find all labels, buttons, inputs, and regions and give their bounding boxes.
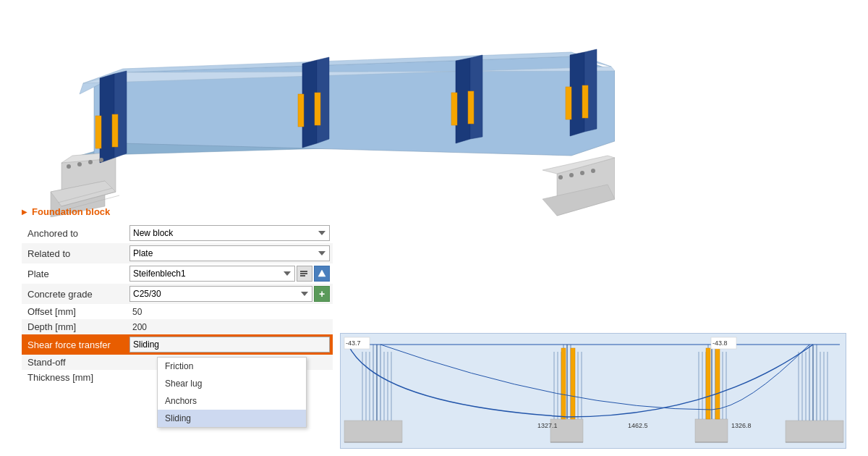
row-depth: Depth [mm] 200	[22, 319, 333, 334]
svg-rect-44	[344, 421, 402, 442]
svg-point-37	[580, 171, 584, 175]
value-concrete-grade[interactable]: C25/30 +	[127, 284, 333, 304]
value-anchored-to[interactable]: New block	[127, 223, 333, 243]
value-shear-force-transfer[interactable]: Sliding	[127, 334, 333, 355]
row-concrete-grade: Concrete grade C25/30 +	[22, 284, 333, 304]
svg-marker-42	[318, 270, 326, 276]
svg-rect-43	[341, 334, 846, 449]
label-depth: Depth [mm]	[22, 319, 127, 334]
dropdown-plate[interactable]: Steifenblech1	[129, 266, 295, 282]
plate-edit-icon[interactable]	[297, 266, 312, 282]
label-val-1: 1327.1	[537, 422, 558, 429]
label-related-to: Related to	[22, 243, 127, 263]
svg-point-32	[77, 162, 82, 166]
menu-item-shear-lug[interactable]: Shear lug	[158, 375, 306, 392]
svg-rect-40	[300, 273, 307, 274]
collapse-icon[interactable]: ▶	[22, 208, 27, 216]
label-val-3: 1326.8	[731, 422, 752, 429]
value-related-to[interactable]: Plate	[127, 243, 333, 263]
row-shear-force-transfer: Shear force transfer Sliding	[22, 334, 333, 355]
label-shear-force-transfer: Shear force transfer	[22, 334, 127, 355]
svg-rect-29	[566, 87, 571, 119]
row-plate: Plate Steifenblech1	[22, 263, 333, 284]
label-val-2: 1462.5	[628, 422, 648, 429]
label-neg-left: -43.7	[346, 339, 361, 347]
svg-rect-17	[95, 116, 101, 148]
shear-force-dropdown-menu[interactable]: Friction Shear lug Anchors Sliding	[157, 357, 307, 428]
label-thickness: Thickness [mm]	[22, 370, 127, 385]
svg-rect-26	[468, 91, 474, 124]
concrete-add-icon[interactable]: +	[314, 286, 330, 302]
label-plate: Plate	[22, 263, 127, 284]
label-neg-right: -43.8	[712, 339, 728, 347]
svg-point-36	[569, 173, 574, 177]
svg-rect-85	[571, 348, 575, 419]
label-anchored-to: Anchored to	[22, 223, 127, 243]
diagram-svg: -43.8 -43.7 1327.1 1462.5 1326.8	[341, 334, 846, 449]
svg-point-35	[558, 175, 563, 180]
text-depth: 200	[129, 321, 150, 334]
menu-item-sliding[interactable]: Sliding	[158, 410, 306, 427]
svg-rect-25	[451, 93, 457, 125]
svg-rect-30	[582, 85, 588, 118]
label-stand-off: Stand-off	[22, 355, 127, 370]
svg-rect-86	[706, 348, 710, 419]
svg-rect-46	[695, 419, 728, 442]
label-offset: Offset [mm]	[22, 304, 127, 319]
text-offset: 50	[129, 305, 145, 318]
label-concrete-grade: Concrete grade	[22, 284, 127, 304]
svg-rect-41	[300, 275, 305, 276]
diagram-area: -43.8 -43.7 1327.1 1462.5 1326.8	[340, 333, 846, 449]
value-offset: 50	[127, 304, 333, 319]
model-area	[22, 14, 615, 217]
svg-rect-21	[298, 94, 304, 127]
section-title: Foundation block	[32, 206, 110, 217]
row-related-to: Related to Plate	[22, 243, 333, 263]
value-plate[interactable]: Steifenblech1	[127, 263, 333, 284]
svg-rect-84	[561, 348, 566, 419]
svg-rect-18	[112, 114, 118, 147]
svg-rect-22	[315, 93, 320, 125]
menu-item-friction[interactable]: Friction	[158, 358, 306, 375]
svg-point-34	[99, 158, 103, 162]
3d-model-svg	[22, 14, 615, 217]
row-anchored-to: Anchored to New block	[22, 223, 333, 243]
svg-rect-47	[786, 421, 843, 442]
svg-point-33	[88, 160, 93, 164]
dropdown-anchored-to[interactable]: New block	[129, 225, 330, 241]
row-offset: Offset [mm] 50	[22, 304, 333, 319]
plate-view-icon[interactable]	[314, 266, 330, 282]
svg-point-31	[67, 164, 71, 169]
dropdown-concrete-grade[interactable]: C25/30	[129, 286, 312, 302]
section-header: ▶ Foundation block	[22, 206, 333, 217]
svg-rect-39	[300, 271, 307, 272]
menu-item-anchors[interactable]: Anchors	[158, 392, 306, 410]
dropdown-related-to[interactable]: Plate	[129, 245, 330, 261]
dropdown-shear-force[interactable]: Sliding	[129, 337, 330, 352]
svg-point-38	[591, 169, 595, 173]
value-depth: 200	[127, 319, 333, 334]
